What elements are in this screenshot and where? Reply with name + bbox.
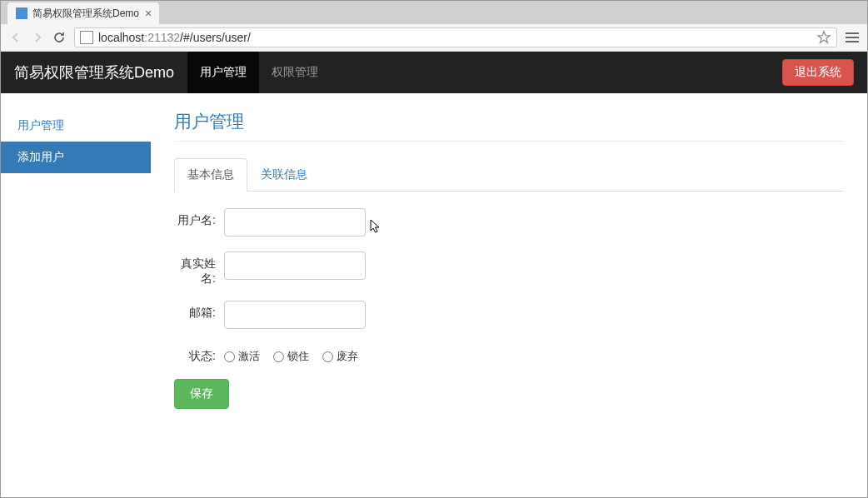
user-form: 用户名: 真实姓名: 邮箱: [174, 208, 844, 409]
sidebar-item-user-mgmt[interactable]: 用户管理 [1, 110, 151, 142]
sidebar: 用户管理 添加用户 [1, 93, 151, 426]
nav-items: 用户管理 权限管理 [187, 52, 782, 93]
realname-input[interactable] [224, 251, 366, 280]
sidebar-item-add-user[interactable]: 添加用户 [1, 142, 151, 173]
radio-option-abandoned[interactable]: 废弃 [322, 349, 358, 364]
brand[interactable]: 简易权限管理系统Demo [14, 62, 174, 82]
tab-title: 简易权限管理系统Demo [32, 7, 139, 21]
radio-active[interactable] [224, 351, 235, 362]
close-icon[interactable]: × [142, 7, 154, 19]
address-bar: localhost:21132/#/users/user/ [1, 24, 867, 51]
tab-basic-info[interactable]: 基本信息 [174, 158, 247, 192]
arrow-right-icon [31, 31, 44, 44]
forward-button[interactable] [29, 29, 46, 46]
favicon-icon [16, 7, 27, 19]
browser-chrome: 简易权限管理系统Demo × localhost:21132/#/users/ [1, 1, 867, 52]
realname-label: 真实姓名: [174, 251, 224, 286]
status-radio-group: 激活 锁住 废弃 [224, 344, 358, 364]
page-icon [80, 31, 93, 44]
browser-tab-bar: 简易权限管理系统Demo × [1, 1, 867, 24]
username-label: 用户名: [174, 208, 224, 227]
radio-abandoned[interactable] [322, 351, 333, 362]
browser-tab[interactable]: 简易权限管理系统Demo × [7, 2, 159, 24]
email-input[interactable] [224, 301, 366, 329]
arrow-left-icon [9, 31, 22, 44]
main-content: 用户管理 基本信息 关联信息 用户名: 真实姓名: [151, 93, 867, 426]
radio-locked[interactable] [273, 351, 284, 362]
radio-option-locked[interactable]: 锁住 [273, 349, 309, 364]
page-title: 用户管理 [174, 110, 844, 142]
nav-item-users[interactable]: 用户管理 [187, 52, 259, 93]
back-button[interactable] [7, 29, 24, 46]
tab-related-info[interactable]: 关联信息 [247, 158, 321, 192]
save-button[interactable]: 保存 [174, 379, 229, 409]
reload-button[interactable] [51, 29, 67, 46]
address-input[interactable]: localhost:21132/#/users/user/ [74, 27, 837, 47]
reload-icon [52, 31, 66, 44]
hamburger-menu-icon[interactable] [844, 29, 861, 46]
url-text: localhost:21132/#/users/user/ [98, 31, 816, 44]
radio-option-active[interactable]: 激活 [224, 349, 260, 364]
navbar: 简易权限管理系统Demo 用户管理 权限管理 退出系统 [1, 52, 867, 93]
username-input[interactable] [224, 208, 366, 237]
nav-item-permissions[interactable]: 权限管理 [259, 52, 331, 93]
status-label: 状态: [174, 344, 224, 363]
bookmark-star-icon[interactable] [816, 30, 831, 45]
logout-button[interactable]: 退出系统 [782, 59, 854, 86]
tabs: 基本信息 关联信息 [174, 158, 844, 192]
email-label: 邮箱: [174, 301, 224, 320]
